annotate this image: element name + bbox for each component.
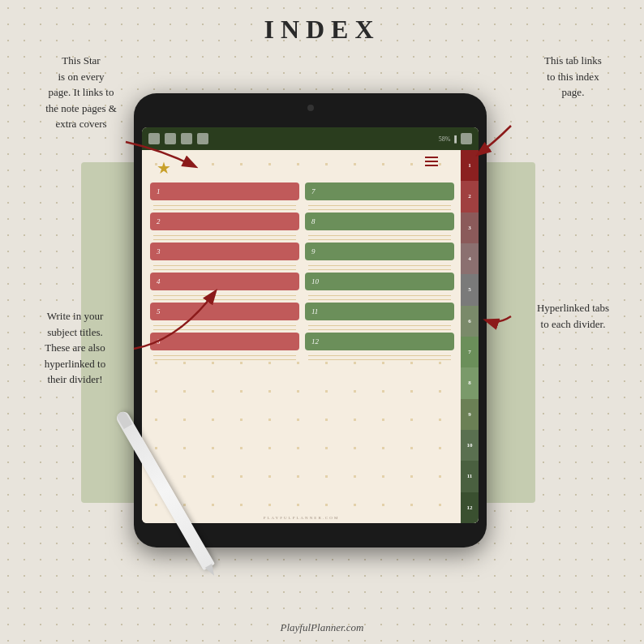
tab-10[interactable]: 10 xyxy=(461,430,479,461)
index-entry-2[interactable]: 2 xyxy=(150,213,299,243)
toolbar-share-icon[interactable] xyxy=(197,133,208,144)
annotation-top-left: This Staris on everypage. It links tothe… xyxy=(16,53,146,132)
tablet: 58% ▐ ★ 1 xyxy=(134,93,487,547)
annotation-top-right: This tab linksto this indexpage. xyxy=(514,53,632,101)
index-entry-11[interactable]: 11 xyxy=(305,303,454,333)
index-label-3[interactable]: 3 xyxy=(150,243,299,260)
index-entry-3[interactable]: 3 xyxy=(150,243,299,273)
index-entry-5[interactable]: 5 xyxy=(150,303,299,333)
battery-status: 58% ▐ xyxy=(439,135,457,143)
index-entry-6[interactable]: 6 xyxy=(150,333,299,363)
index-label-12[interactable]: 12 xyxy=(305,333,454,350)
annotation-top-right-text: This tab linksto this indexpage. xyxy=(544,54,602,98)
tablet-screen: 58% ▐ ★ 1 xyxy=(142,127,479,523)
toolbar-more-icon[interactable] xyxy=(461,133,472,144)
index-column-left: 1 2 3 xyxy=(150,182,299,363)
planner-watermark: PLAYFULPLANNER.COM xyxy=(142,516,461,520)
menu-icon[interactable] xyxy=(425,157,438,166)
annotation-middle-left-text: Write in yoursubject titles.These are al… xyxy=(45,310,105,385)
index-grid: 1 2 3 xyxy=(150,182,454,363)
toolbar-back-icon[interactable] xyxy=(148,133,160,144)
index-entry-8[interactable]: 8 xyxy=(305,213,454,243)
annotation-top-left-text: This Staris on everypage. It links tothe… xyxy=(45,54,117,130)
index-label-1[interactable]: 1 xyxy=(150,182,299,200)
annotation-middle-right-text: Hyperlinked tabsto each divider. xyxy=(537,302,609,330)
index-column-right: 7 8 9 xyxy=(305,182,454,363)
page-title: INDEX xyxy=(0,15,644,45)
index-label-10[interactable]: 10 xyxy=(305,273,454,290)
annotation-middle-left: Write in yoursubject titles.These are al… xyxy=(8,308,142,388)
index-label-9[interactable]: 9 xyxy=(305,243,454,260)
index-label-4[interactable]: 4 xyxy=(150,273,299,290)
index-label-5[interactable]: 5 xyxy=(150,303,299,320)
tab-5[interactable]: 5 xyxy=(461,274,479,305)
tab-4[interactable]: 4 xyxy=(461,243,479,274)
planner-content: ★ 1 xyxy=(142,150,479,523)
tab-3[interactable]: 3 xyxy=(461,213,479,243)
tab-1[interactable]: 1 xyxy=(461,150,479,181)
index-entry-7[interactable]: 7 xyxy=(305,182,454,213)
tablet-camera xyxy=(307,105,314,111)
index-entry-9[interactable]: 9 xyxy=(305,243,454,273)
website-credit: PlayfulPlanner.com xyxy=(0,621,644,634)
index-label-8[interactable]: 8 xyxy=(305,213,454,230)
index-label-11[interactable]: 11 xyxy=(305,303,454,320)
index-entry-12[interactable]: 12 xyxy=(305,333,454,363)
screen-toolbar: 58% ▐ xyxy=(142,127,479,150)
index-entry-4[interactable]: 4 xyxy=(150,273,299,303)
annotation-middle-right: Hyperlinked tabsto each divider. xyxy=(510,300,636,332)
index-label-2[interactable]: 2 xyxy=(150,213,299,230)
index-entry-1[interactable]: 1 xyxy=(150,182,299,213)
star-icon[interactable]: ★ xyxy=(157,158,171,178)
toolbar-bookmark-icon[interactable] xyxy=(181,133,192,144)
tab-2[interactable]: 2 xyxy=(461,181,479,212)
toolbar-search-icon[interactable] xyxy=(165,133,176,144)
planner-main: ★ 1 xyxy=(142,150,461,523)
tab-12[interactable]: 12 xyxy=(461,492,479,523)
tab-9[interactable]: 9 xyxy=(461,399,479,430)
tab-7[interactable]: 7 xyxy=(461,337,479,367)
tab-8[interactable]: 8 xyxy=(461,367,479,398)
index-label-6[interactable]: 6 xyxy=(150,333,299,350)
index-entry-10[interactable]: 10 xyxy=(305,273,454,303)
index-label-7[interactable]: 7 xyxy=(305,182,454,200)
tabs-sidebar: 1 2 3 4 5 6 7 8 9 10 11 12 xyxy=(461,150,479,523)
tab-11[interactable]: 11 xyxy=(461,461,479,492)
tab-6[interactable]: 6 xyxy=(461,306,479,337)
